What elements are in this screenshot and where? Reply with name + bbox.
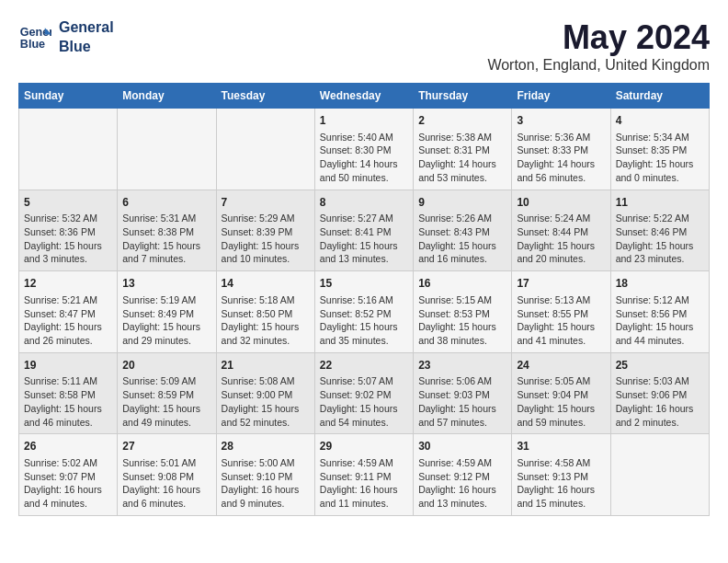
- cell-content: Sunrise: 5:03 AMSunset: 9:06 PMDaylight:…: [616, 374, 704, 429]
- calendar-cell: 8Sunrise: 5:27 AMSunset: 8:41 PMDaylight…: [314, 190, 413, 271]
- cell-content: Sunrise: 5:13 AMSunset: 8:55 PMDaylight:…: [517, 293, 605, 348]
- calendar-cell: 13Sunrise: 5:19 AMSunset: 8:49 PMDayligh…: [118, 271, 216, 353]
- day-number: 15: [320, 276, 408, 292]
- day-number: 13: [122, 276, 210, 292]
- calendar-cell: 6Sunrise: 5:31 AMSunset: 8:38 PMDaylight…: [118, 190, 216, 271]
- calendar-cell: 7Sunrise: 5:29 AMSunset: 8:39 PMDaylight…: [216, 190, 314, 271]
- calendar-cell: 4Sunrise: 5:34 AMSunset: 8:35 PMDaylight…: [610, 109, 709, 190]
- day-number: 30: [418, 439, 506, 454]
- cell-content: Sunrise: 5:09 AMSunset: 8:59 PMDaylight:…: [122, 374, 210, 429]
- day-number: 21: [222, 358, 310, 373]
- day-number: 24: [517, 358, 605, 373]
- cell-content: Sunrise: 5:05 AMSunset: 9:04 PMDaylight:…: [517, 374, 605, 429]
- calendar-week-row: 1Sunrise: 5:40 AMSunset: 8:30 PMDaylight…: [19, 109, 710, 190]
- cell-content: Sunrise: 5:15 AMSunset: 8:53 PMDaylight:…: [418, 293, 506, 348]
- calendar-cell: [19, 109, 118, 190]
- cell-content: Sunrise: 5:38 AMSunset: 8:31 PMDaylight:…: [418, 131, 506, 185]
- day-number: 16: [418, 276, 506, 292]
- svg-text:Blue: Blue: [20, 38, 45, 51]
- column-header-monday: Monday: [118, 84, 216, 109]
- calendar-cell: 27Sunrise: 5:01 AMSunset: 9:08 PMDayligh…: [118, 434, 216, 516]
- page-title: May 2024: [487, 18, 710, 57]
- logo-text: General Blue: [59, 18, 114, 57]
- column-header-tuesday: Tuesday: [216, 84, 314, 109]
- calendar-cell: 12Sunrise: 5:21 AMSunset: 8:47 PMDayligh…: [19, 271, 118, 353]
- calendar-cell: 23Sunrise: 5:06 AMSunset: 9:03 PMDayligh…: [414, 352, 512, 434]
- cell-content: Sunrise: 5:07 AMSunset: 9:02 PMDaylight:…: [320, 374, 408, 429]
- calendar-cell: 24Sunrise: 5:05 AMSunset: 9:04 PMDayligh…: [512, 352, 610, 434]
- day-number: 23: [418, 358, 506, 373]
- calendar-week-row: 19Sunrise: 5:11 AMSunset: 8:58 PMDayligh…: [19, 352, 710, 434]
- calendar-cell: 31Sunrise: 4:58 AMSunset: 9:13 PMDayligh…: [512, 434, 610, 516]
- calendar-header-row: SundayMondayTuesdayWednesdayThursdayFrid…: [19, 84, 710, 109]
- cell-content: Sunrise: 5:27 AMSunset: 8:41 PMDaylight:…: [320, 212, 408, 266]
- day-number: 17: [517, 276, 605, 292]
- calendar-cell: [118, 109, 216, 190]
- day-number: 22: [320, 358, 408, 373]
- column-header-thursday: Thursday: [414, 84, 512, 109]
- cell-content: Sunrise: 5:08 AMSunset: 9:00 PMDaylight:…: [222, 374, 310, 429]
- cell-content: Sunrise: 4:59 AMSunset: 9:12 PMDaylight:…: [418, 456, 506, 511]
- cell-content: Sunrise: 5:26 AMSunset: 8:43 PMDaylight:…: [418, 212, 506, 266]
- day-number: 25: [616, 358, 704, 373]
- column-header-wednesday: Wednesday: [314, 84, 413, 109]
- day-number: 9: [418, 195, 506, 211]
- cell-content: Sunrise: 5:40 AMSunset: 8:30 PMDaylight:…: [320, 131, 408, 185]
- calendar-week-row: 5Sunrise: 5:32 AMSunset: 8:36 PMDaylight…: [19, 190, 710, 271]
- page-subtitle: Worton, England, United Kingdom: [487, 57, 710, 74]
- day-number: 11: [616, 195, 704, 211]
- calendar-cell: 10Sunrise: 5:24 AMSunset: 8:44 PMDayligh…: [512, 190, 610, 271]
- calendar-cell: 26Sunrise: 5:02 AMSunset: 9:07 PMDayligh…: [19, 434, 118, 516]
- calendar-week-row: 26Sunrise: 5:02 AMSunset: 9:07 PMDayligh…: [19, 434, 710, 516]
- day-number: 6: [122, 195, 210, 211]
- day-number: 12: [24, 276, 112, 292]
- cell-content: Sunrise: 5:00 AMSunset: 9:10 PMDaylight:…: [222, 456, 310, 511]
- calendar-cell: 18Sunrise: 5:12 AMSunset: 8:56 PMDayligh…: [610, 271, 709, 353]
- day-number: 28: [222, 439, 310, 454]
- cell-content: Sunrise: 5:34 AMSunset: 8:35 PMDaylight:…: [616, 131, 704, 185]
- cell-content: Sunrise: 5:12 AMSunset: 8:56 PMDaylight:…: [616, 293, 704, 348]
- day-number: 8: [320, 195, 408, 211]
- calendar-cell: 22Sunrise: 5:07 AMSunset: 9:02 PMDayligh…: [314, 352, 413, 434]
- day-number: 10: [517, 195, 605, 211]
- calendar-cell: [216, 109, 314, 190]
- calendar-cell: 25Sunrise: 5:03 AMSunset: 9:06 PMDayligh…: [610, 352, 709, 434]
- day-number: 31: [517, 439, 605, 454]
- calendar-cell: 9Sunrise: 5:26 AMSunset: 8:43 PMDaylight…: [414, 190, 512, 271]
- day-number: 27: [122, 439, 210, 454]
- cell-content: Sunrise: 5:31 AMSunset: 8:38 PMDaylight:…: [122, 212, 210, 266]
- calendar-cell: 2Sunrise: 5:38 AMSunset: 8:31 PMDaylight…: [414, 109, 512, 190]
- cell-content: Sunrise: 5:02 AMSunset: 9:07 PMDaylight:…: [24, 456, 112, 511]
- calendar-table: SundayMondayTuesdayWednesdayThursdayFrid…: [18, 83, 710, 516]
- calendar-cell: 28Sunrise: 5:00 AMSunset: 9:10 PMDayligh…: [216, 434, 314, 516]
- day-number: 1: [320, 113, 408, 129]
- calendar-cell: 1Sunrise: 5:40 AMSunset: 8:30 PMDaylight…: [314, 109, 413, 190]
- calendar-cell: 14Sunrise: 5:18 AMSunset: 8:50 PMDayligh…: [216, 271, 314, 353]
- day-number: 4: [616, 113, 704, 129]
- cell-content: Sunrise: 5:36 AMSunset: 8:33 PMDaylight:…: [517, 131, 605, 185]
- column-header-saturday: Saturday: [610, 84, 709, 109]
- day-number: 29: [320, 439, 408, 454]
- calendar-cell: 3Sunrise: 5:36 AMSunset: 8:33 PMDaylight…: [512, 109, 610, 190]
- cell-content: Sunrise: 5:19 AMSunset: 8:49 PMDaylight:…: [122, 293, 210, 348]
- day-number: 19: [24, 358, 112, 373]
- cell-content: Sunrise: 5:32 AMSunset: 8:36 PMDaylight:…: [24, 212, 112, 266]
- page-header: General Blue General Blue May 2024 Worto…: [18, 18, 710, 74]
- cell-content: Sunrise: 5:21 AMSunset: 8:47 PMDaylight:…: [24, 293, 112, 348]
- day-number: 3: [517, 113, 605, 129]
- column-header-sunday: Sunday: [19, 84, 118, 109]
- calendar-cell: 15Sunrise: 5:16 AMSunset: 8:52 PMDayligh…: [314, 271, 413, 353]
- title-block: May 2024 Worton, England, United Kingdom: [487, 18, 710, 74]
- day-number: 20: [122, 358, 210, 373]
- day-number: 5: [24, 195, 112, 211]
- logo-icon: General Blue: [18, 21, 51, 54]
- day-number: 7: [222, 195, 310, 211]
- cell-content: Sunrise: 5:29 AMSunset: 8:39 PMDaylight:…: [222, 212, 310, 266]
- day-number: 18: [616, 276, 704, 292]
- day-number: 14: [222, 276, 310, 292]
- cell-content: Sunrise: 4:58 AMSunset: 9:13 PMDaylight:…: [517, 456, 605, 511]
- calendar-cell: 11Sunrise: 5:22 AMSunset: 8:46 PMDayligh…: [610, 190, 709, 271]
- calendar-cell: 16Sunrise: 5:15 AMSunset: 8:53 PMDayligh…: [414, 271, 512, 353]
- calendar-cell: 20Sunrise: 5:09 AMSunset: 8:59 PMDayligh…: [118, 352, 216, 434]
- calendar-cell: 21Sunrise: 5:08 AMSunset: 9:00 PMDayligh…: [216, 352, 314, 434]
